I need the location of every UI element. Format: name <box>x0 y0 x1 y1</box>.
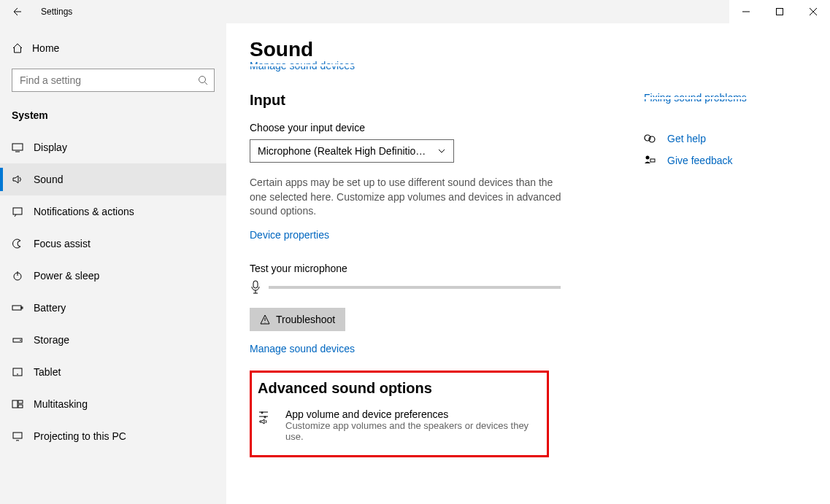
sidebar-item-tablet[interactable]: Tablet <box>0 356 226 388</box>
sidebar-category-label: System <box>0 105 226 131</box>
sound-icon <box>12 174 34 185</box>
svg-rect-6 <box>21 307 23 309</box>
svg-point-8 <box>20 340 21 341</box>
input-device-selected: Microphone (Realtek High Definitio… <box>258 145 437 157</box>
svg-rect-5 <box>12 306 21 310</box>
sidebar-item-focus-assist[interactable]: Focus assist <box>0 228 226 260</box>
search-input[interactable] <box>18 74 198 87</box>
svg-rect-3 <box>13 208 22 214</box>
sidebar-item-projecting[interactable]: Projecting to this PC <box>0 420 226 452</box>
battery-icon <box>12 302 34 314</box>
choose-input-label: Choose your input device <box>250 122 571 133</box>
home-icon <box>12 42 32 54</box>
sidebar-item-storage[interactable]: Storage <box>0 324 226 356</box>
back-arrow-icon <box>10 6 22 18</box>
notifications-icon <box>12 206 34 217</box>
sidebar: Home System Display Sound Notifications … <box>0 23 226 504</box>
display-icon <box>12 141 34 153</box>
svg-point-1 <box>199 77 206 83</box>
advanced-heading: Advanced sound options <box>258 380 541 397</box>
app-volume-subtitle: Customize app volumes and the speakers o… <box>285 420 541 442</box>
minimize-icon <box>742 8 750 15</box>
maximize-button[interactable] <box>763 0 796 23</box>
input-heading: Input <box>250 92 571 109</box>
get-help-row[interactable]: Get help <box>644 133 790 144</box>
sliders-icon <box>258 408 275 442</box>
troubleshoot-label: Troubleshoot <box>276 314 335 325</box>
sidebar-item-label: Battery <box>34 302 66 314</box>
sidebar-item-battery[interactable]: Battery <box>0 292 226 324</box>
sidebar-item-label: Tablet <box>34 366 61 378</box>
sidebar-item-sound[interactable]: Sound <box>0 163 226 195</box>
feedback-icon <box>644 155 657 166</box>
svg-point-17 <box>646 156 650 160</box>
sidebar-item-label: Sound <box>34 174 63 185</box>
minimize-button[interactable] <box>729 0 763 23</box>
maximize-icon <box>776 8 783 15</box>
close-icon <box>810 8 817 15</box>
warning-icon <box>260 314 270 325</box>
window-title: Settings <box>41 7 72 17</box>
input-description: Certain apps may be set up to use differ… <box>250 176 571 219</box>
sidebar-item-label: Projecting to this PC <box>34 430 126 442</box>
give-feedback-row[interactable]: Give feedback <box>644 155 790 166</box>
back-button[interactable] <box>0 0 32 23</box>
sidebar-item-multitasking[interactable]: Multitasking <box>0 388 226 420</box>
device-properties-link[interactable]: Device properties <box>250 229 329 241</box>
sidebar-item-label: Display <box>34 141 67 153</box>
manage-sound-devices-link-clipped[interactable]: Manage sound devices <box>250 60 812 71</box>
svg-rect-14 <box>253 281 258 288</box>
svg-rect-12 <box>18 405 23 408</box>
fixing-sound-problems-link-clipped[interactable]: Fixing sound problems <box>644 92 790 104</box>
svg-rect-0 <box>777 9 783 15</box>
input-device-dropdown[interactable]: Microphone (Realtek High Definitio… <box>250 139 454 163</box>
test-mic-label: Test your microphone <box>250 263 571 274</box>
microphone-icon <box>250 280 261 295</box>
get-help-link[interactable]: Get help <box>667 133 706 144</box>
give-feedback-link[interactable]: Give feedback <box>667 155 733 166</box>
sidebar-item-label: Notifications & actions <box>34 206 134 217</box>
svg-rect-10 <box>12 400 18 408</box>
sidebar-item-label: Power & sleep <box>34 270 99 282</box>
sidebar-item-notifications[interactable]: Notifications & actions <box>0 195 226 228</box>
close-button[interactable] <box>796 0 830 23</box>
highlight-box: Advanced sound options App volume and de… <box>250 371 549 457</box>
sidebar-home[interactable]: Home <box>0 38 226 58</box>
sidebar-item-power-sleep[interactable]: Power & sleep <box>0 260 226 292</box>
projecting-icon <box>12 430 34 442</box>
page-title: Sound <box>250 38 812 61</box>
app-volume-title: App volume and device preferences <box>285 408 541 420</box>
app-volume-preferences-item[interactable]: App volume and device preferences Custom… <box>258 408 541 442</box>
focus-assist-icon <box>12 238 34 249</box>
svg-rect-13 <box>13 433 22 438</box>
search-input-wrap[interactable] <box>12 69 215 92</box>
multitasking-icon <box>12 398 34 410</box>
svg-rect-2 <box>12 144 23 150</box>
chevron-down-icon <box>437 147 446 155</box>
troubleshoot-button[interactable]: Troubleshoot <box>250 308 345 331</box>
sidebar-item-display[interactable]: Display <box>0 131 226 163</box>
help-icon <box>644 133 657 144</box>
storage-icon <box>12 334 34 346</box>
svg-rect-11 <box>18 400 23 403</box>
sidebar-item-label: Storage <box>34 334 69 346</box>
tablet-icon <box>12 366 34 378</box>
svg-rect-18 <box>650 159 655 162</box>
mic-level-bar <box>269 286 561 289</box>
sidebar-home-label: Home <box>32 42 59 54</box>
search-icon <box>198 75 208 85</box>
sidebar-item-label: Multitasking <box>34 398 88 410</box>
power-icon <box>12 270 34 282</box>
sidebar-item-label: Focus assist <box>34 238 91 249</box>
manage-sound-devices-link[interactable]: Manage sound devices <box>250 343 355 354</box>
